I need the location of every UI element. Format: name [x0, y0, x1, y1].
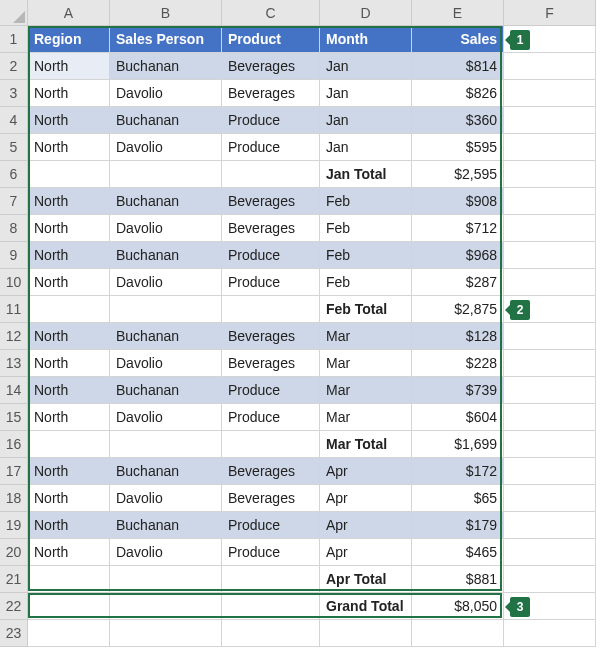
subtotal-value[interactable]: $2,595 — [412, 161, 504, 188]
cell-product[interactable]: Produce — [222, 134, 320, 161]
cell-empty[interactable] — [110, 566, 222, 593]
subtotal-label[interactable]: Apr Total — [320, 566, 412, 593]
cell-month[interactable]: Feb — [320, 188, 412, 215]
row-header-15[interactable]: 15 — [0, 404, 28, 431]
cell-sales[interactable]: $814 — [412, 53, 504, 80]
cell-sales[interactable]: $65 — [412, 485, 504, 512]
subtotal-value[interactable]: $881 — [412, 566, 504, 593]
cell-product[interactable]: Beverages — [222, 215, 320, 242]
col-header-F[interactable]: F — [504, 0, 596, 26]
row-header-2[interactable]: 2 — [0, 53, 28, 80]
cell-region[interactable]: North — [28, 242, 110, 269]
row-header-11[interactable]: 11 — [0, 296, 28, 323]
cell-person[interactable]: Buchanan — [110, 107, 222, 134]
cell-month[interactable]: Feb — [320, 269, 412, 296]
row-header-10[interactable]: 10 — [0, 269, 28, 296]
cell-sales[interactable]: $128 — [412, 323, 504, 350]
cell-empty[interactable] — [28, 431, 110, 458]
subtotal-label[interactable]: Feb Total — [320, 296, 412, 323]
cell-month[interactable]: Feb — [320, 215, 412, 242]
cell-product[interactable]: Beverages — [222, 53, 320, 80]
cell-region[interactable]: North — [28, 485, 110, 512]
spreadsheet[interactable]: ABCDEF 123456789101112131415161718192021… — [0, 0, 608, 656]
cell-region[interactable]: North — [28, 80, 110, 107]
cell-empty[interactable] — [222, 593, 320, 620]
cell-product[interactable]: Produce — [222, 242, 320, 269]
cell-person[interactable]: Buchanan — [110, 188, 222, 215]
row-headers[interactable]: 1234567891011121314151617181920212223 — [0, 26, 28, 647]
cell-person[interactable]: Buchanan — [110, 53, 222, 80]
cell-month[interactable]: Jan — [320, 134, 412, 161]
cell-region[interactable]: North — [28, 107, 110, 134]
cell-sales[interactable]: $739 — [412, 377, 504, 404]
cell-region[interactable]: North — [28, 188, 110, 215]
header-cell[interactable]: Sales Person — [110, 26, 222, 53]
subtotal-value[interactable]: $2,875 — [412, 296, 504, 323]
cell-sales[interactable]: $826 — [412, 80, 504, 107]
empty-cell[interactable] — [504, 161, 596, 188]
empty-cell[interactable] — [320, 620, 412, 647]
col-header-B[interactable]: B — [110, 0, 222, 26]
empty-cell[interactable] — [504, 53, 596, 80]
cell-sales[interactable]: $595 — [412, 134, 504, 161]
empty-cell[interactable] — [222, 620, 320, 647]
cell-sales[interactable]: $712 — [412, 215, 504, 242]
row-header-18[interactable]: 18 — [0, 485, 28, 512]
row-header-22[interactable]: 22 — [0, 593, 28, 620]
cell-product[interactable]: Beverages — [222, 350, 320, 377]
cell-product[interactable]: Beverages — [222, 485, 320, 512]
cell-month[interactable]: Jan — [320, 53, 412, 80]
cell-sales[interactable]: $172 — [412, 458, 504, 485]
cell-month[interactable]: Mar — [320, 404, 412, 431]
empty-cell[interactable] — [504, 350, 596, 377]
cell-sales[interactable]: $360 — [412, 107, 504, 134]
cell-region[interactable]: North — [28, 134, 110, 161]
row-header-5[interactable]: 5 — [0, 134, 28, 161]
empty-cell[interactable] — [504, 242, 596, 269]
header-cell[interactable]: Product — [222, 26, 320, 53]
cell-region[interactable]: North — [28, 323, 110, 350]
row-header-12[interactable]: 12 — [0, 323, 28, 350]
col-header-C[interactable]: C — [222, 0, 320, 26]
cell-person[interactable]: Davolio — [110, 269, 222, 296]
cell-month[interactable]: Apr — [320, 458, 412, 485]
cell-region[interactable]: North — [28, 215, 110, 242]
cell-empty[interactable] — [28, 296, 110, 323]
cell-empty[interactable] — [28, 593, 110, 620]
cell-region[interactable]: North — [28, 377, 110, 404]
row-header-16[interactable]: 16 — [0, 431, 28, 458]
cell-month[interactable]: Jan — [320, 107, 412, 134]
cell-empty[interactable] — [222, 296, 320, 323]
header-cell[interactable]: Month — [320, 26, 412, 53]
row-header-13[interactable]: 13 — [0, 350, 28, 377]
cell-empty[interactable] — [110, 161, 222, 188]
cell-empty[interactable] — [110, 593, 222, 620]
cell-person[interactable]: Buchanan — [110, 512, 222, 539]
cell-sales[interactable]: $908 — [412, 188, 504, 215]
cell-person[interactable]: Davolio — [110, 134, 222, 161]
cell-month[interactable]: Mar — [320, 377, 412, 404]
subtotal-value[interactable]: $1,699 — [412, 431, 504, 458]
cell-product[interactable]: Produce — [222, 269, 320, 296]
empty-cell[interactable] — [504, 539, 596, 566]
row-header-20[interactable]: 20 — [0, 539, 28, 566]
empty-cell[interactable] — [504, 620, 596, 647]
cell-empty[interactable] — [28, 566, 110, 593]
select-all-corner[interactable] — [0, 0, 28, 26]
cell-empty[interactable] — [110, 431, 222, 458]
grid[interactable]: RegionSales PersonProductMonthSalesNorth… — [28, 26, 596, 647]
row-header-8[interactable]: 8 — [0, 215, 28, 242]
cell-month[interactable]: Apr — [320, 539, 412, 566]
cell-month[interactable]: Jan — [320, 80, 412, 107]
row-header-17[interactable]: 17 — [0, 458, 28, 485]
cell-person[interactable]: Buchanan — [110, 242, 222, 269]
row-header-23[interactable]: 23 — [0, 620, 28, 647]
row-header-3[interactable]: 3 — [0, 80, 28, 107]
cell-product[interactable]: Beverages — [222, 458, 320, 485]
cell-empty[interactable] — [28, 161, 110, 188]
cell-empty[interactable] — [222, 161, 320, 188]
empty-cell[interactable] — [504, 485, 596, 512]
empty-cell[interactable] — [504, 134, 596, 161]
empty-cell[interactable] — [504, 323, 596, 350]
cell-region[interactable]: North — [28, 350, 110, 377]
